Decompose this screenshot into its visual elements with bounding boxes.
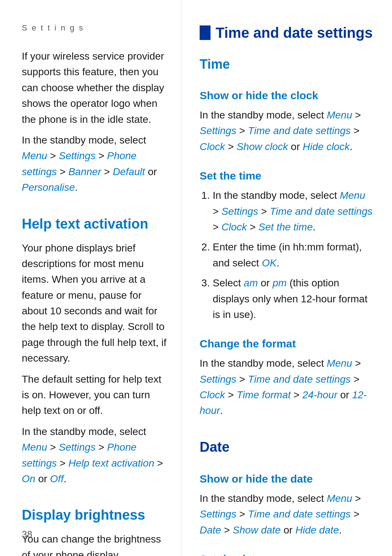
show-hide-date-instruction: In the standby mode, select Menu > Setti… (200, 491, 374, 538)
link-time-date-r3: Time and date settings (248, 374, 351, 385)
link-date-r4: Date (200, 524, 221, 536)
help-text-instruction: In the standby mode, select Menu > Setti… (22, 424, 167, 487)
intro-instruction: In the standby mode, select Menu > Setti… (22, 132, 167, 196)
link-settings-2: Settings (59, 442, 95, 453)
link-menu-2: Menu (22, 442, 47, 453)
set-time-step-3: Select am or pm (this option displays on… (213, 275, 374, 322)
display-brightness-heading: Display brightness (22, 505, 167, 525)
change-format-heading: Change the format (200, 335, 374, 352)
link-menu-r2: Menu (340, 190, 365, 201)
link-hide-date: Hide date (295, 524, 339, 536)
change-format-instruction: In the standby mode, select Menu > Setti… (200, 355, 374, 419)
page-number: 38 (22, 527, 32, 541)
link-menu-r3: Menu (327, 358, 352, 369)
link-banner: Banner (68, 166, 101, 177)
intro-paragraph: If your wireless service provider suppor… (22, 48, 167, 127)
link-settings-r1: Settings (200, 125, 236, 136)
right-column: Time and date settings Time Show or hide… (181, 0, 392, 556)
set-date-heading: Set the date (200, 551, 374, 556)
left-column: S e t t i n g s If your wireless service… (0, 0, 181, 556)
date-section-heading: Date (200, 437, 374, 458)
link-time-date-r1: Time and date settings (248, 125, 351, 136)
link-off: Off (50, 473, 64, 484)
link-set-time: Set the time (258, 221, 313, 233)
link-show-clock: Show clock (237, 141, 288, 152)
blue-square-icon (200, 25, 211, 40)
page: S e t t i n g s If your wireless service… (0, 0, 392, 556)
help-text-para1: Your phone displays brief descriptions f… (22, 240, 167, 366)
link-help-text-activation: Help text activation (68, 458, 154, 469)
link-show-date: Show date (233, 524, 281, 536)
link-time-date-r2: Time and date settings (270, 206, 372, 217)
set-time-steps: In the standby mode, select Menu > Setti… (213, 188, 374, 322)
link-settings-r2: Settings (221, 206, 258, 217)
link-settings-r3: Settings (200, 374, 236, 385)
set-time-step-1: In the standby mode, select Menu > Setti… (213, 188, 374, 235)
link-ok-time: OK (262, 257, 276, 269)
link-clock-r2: Clock (221, 221, 247, 233)
main-heading-text: Time and date settings (216, 22, 373, 44)
link-menu: Menu (22, 150, 47, 161)
help-text-para2: The default setting for help text is on.… (22, 371, 167, 419)
help-text-heading: Help text activation (22, 214, 167, 234)
link-am: am (244, 277, 258, 289)
link-personalise: Personalise (22, 182, 75, 193)
link-settings-r4: Settings (200, 508, 236, 520)
link-hide-clock: Hide clock (303, 141, 350, 152)
main-heading: Time and date settings (200, 22, 374, 44)
set-time-step-2: Enter the time (in hh:mm format), and se… (213, 239, 374, 271)
link-clock-r3: Clock (200, 389, 225, 400)
link-default: Default (113, 166, 145, 177)
link-time-format: Time format (237, 389, 291, 400)
link-clock-r1: Clock (200, 141, 225, 152)
set-time-heading: Set the time (200, 168, 374, 184)
show-hide-date-heading: Show or hide the date (200, 471, 374, 487)
link-on: On (22, 473, 35, 484)
show-hide-clock-instruction: In the standby mode, select Menu > Setti… (200, 107, 374, 154)
show-hide-clock-heading: Show or hide the clock (200, 87, 374, 104)
link-settings: Settings (59, 150, 95, 161)
display-brightness-intro: You can change the brightness of your ph… (22, 531, 167, 556)
link-menu-r4: Menu (327, 493, 352, 504)
link-menu-r1: Menu (327, 109, 352, 121)
link-24-hour: 24-hour (302, 389, 338, 400)
time-section-heading: Time (200, 55, 374, 74)
link-pm: pm (273, 277, 287, 289)
page-header: S e t t i n g s (22, 22, 167, 34)
link-time-date-r4: Time and date settings (248, 508, 351, 520)
